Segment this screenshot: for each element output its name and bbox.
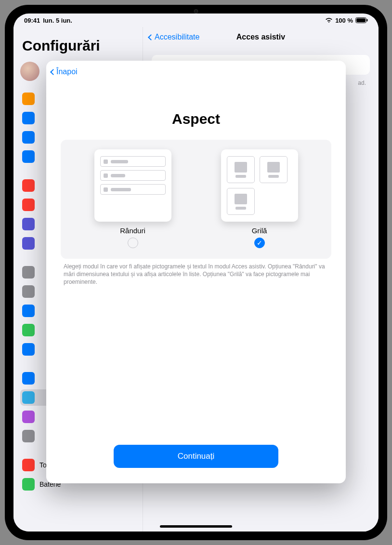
battery-icon bbox=[355, 17, 368, 23]
sidebar-item-icon bbox=[22, 266, 35, 279]
chevron-left-icon bbox=[148, 34, 154, 40]
sidebar-item-icon bbox=[22, 430, 35, 442]
sidebar-item-icon bbox=[22, 343, 35, 356]
sidebar-item-icon bbox=[22, 324, 35, 336]
settings-title: Configurări bbox=[22, 38, 134, 54]
choice-rows-label: Rânduri bbox=[120, 226, 145, 235]
sidebar-item-icon bbox=[22, 305, 35, 317]
detail-back-button[interactable]: Accesibilitate bbox=[149, 33, 199, 41]
layout-help-text: Alegeți modul în care vor fi afișate pic… bbox=[61, 259, 331, 286]
svg-rect-2 bbox=[367, 19, 368, 22]
modal-back-button[interactable]: Înapoi bbox=[46, 67, 78, 76]
sidebar-item-icon bbox=[22, 459, 35, 471]
sidebar-item-icon bbox=[22, 131, 35, 144]
wifi-icon bbox=[325, 17, 333, 23]
grid-preview bbox=[221, 149, 298, 222]
sidebar-item-icon bbox=[22, 218, 35, 230]
layout-choice-group: Rânduri Grilă bbox=[61, 140, 331, 259]
sidebar-item-icon bbox=[22, 285, 35, 298]
sidebar-item-icon bbox=[22, 372, 35, 385]
sidebar-item-icon bbox=[22, 112, 35, 124]
rows-preview bbox=[94, 149, 171, 222]
sidebar-item-icon bbox=[22, 478, 35, 491]
sidebar-item-icon bbox=[22, 391, 35, 404]
chevron-left-icon bbox=[50, 69, 56, 75]
detail-title: Acces asistiv bbox=[236, 33, 285, 41]
sidebar-item-icon bbox=[22, 93, 35, 105]
avatar[interactable] bbox=[20, 62, 39, 81]
modal-title: Aspect bbox=[61, 111, 331, 127]
home-indicator[interactable] bbox=[160, 525, 232, 528]
choice-rows-radio[interactable] bbox=[128, 238, 138, 248]
sidebar-item-icon bbox=[22, 199, 35, 211]
modal-back-label: Înapoi bbox=[56, 67, 78, 76]
status-time: 09:41 bbox=[24, 17, 40, 24]
detail-back-label: Accesibilitate bbox=[155, 33, 199, 41]
ipad-frame: 09:41 lun. 5 iun. 100 % Configurări Touc… bbox=[5, 5, 387, 540]
choice-rows[interactable]: Rânduri bbox=[80, 149, 186, 248]
choice-grid[interactable]: Grilă ✓ bbox=[207, 149, 313, 248]
choice-grid-label: Grilă bbox=[252, 226, 267, 235]
sidebar-item-icon bbox=[22, 237, 35, 250]
battery-percent: 100 % bbox=[335, 17, 353, 24]
status-bar: 09:41 lun. 5 iun. 100 % bbox=[13, 13, 379, 27]
status-date: lun. 5 iun. bbox=[43, 17, 72, 24]
sidebar-item-icon bbox=[22, 411, 35, 423]
choice-grid-radio[interactable]: ✓ bbox=[254, 238, 265, 248]
check-icon: ✓ bbox=[257, 239, 262, 247]
sidebar-item-icon bbox=[22, 179, 35, 192]
screen: 09:41 lun. 5 iun. 100 % Configurări Touc… bbox=[13, 13, 379, 532]
layout-modal: Înapoi Aspect Rânduri bbox=[46, 61, 346, 483]
svg-rect-1 bbox=[356, 18, 366, 22]
sidebar-item-icon bbox=[22, 150, 35, 163]
front-camera bbox=[194, 9, 198, 13]
continue-button[interactable]: Continuați bbox=[114, 445, 278, 468]
